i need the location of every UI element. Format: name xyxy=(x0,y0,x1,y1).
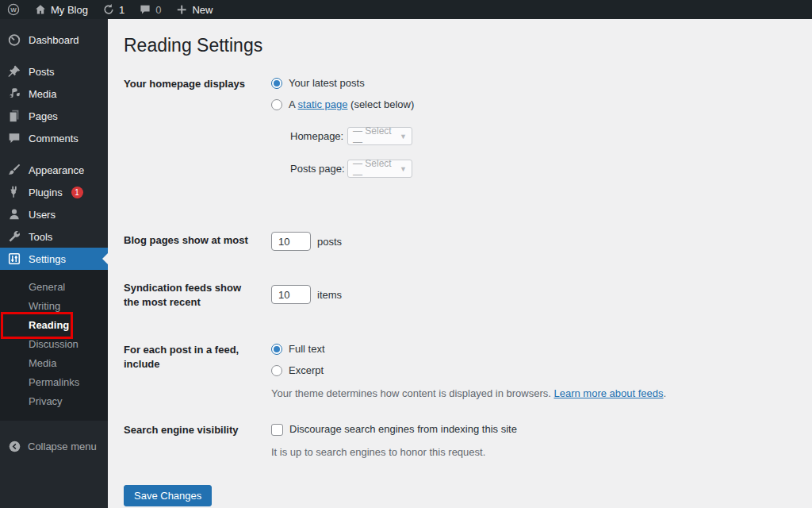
sidebar-item-tools[interactable]: Tools xyxy=(0,225,108,248)
wrench-icon xyxy=(7,229,21,244)
static-page-text-pre: A xyxy=(289,98,298,110)
homepage-select-value: — Select — xyxy=(353,125,396,148)
reading-settings-page: Reading Settings Your homepage displays … xyxy=(108,19,812,508)
plugin-icon xyxy=(7,185,21,199)
submenu-item-privacy[interactable]: Privacy xyxy=(0,392,108,411)
save-changes-button[interactable]: Save Changes xyxy=(124,485,212,506)
media-icon xyxy=(7,87,21,101)
submenu-label: General xyxy=(29,281,65,293)
paintbrush-icon xyxy=(7,163,21,177)
static-page-link[interactable]: static page xyxy=(298,98,348,110)
updates-menu[interactable]: 1 xyxy=(95,0,132,19)
radio-static-page[interactable]: A static page (select below) xyxy=(271,97,796,113)
sidebar-item-label: Appearance xyxy=(29,164,84,176)
site-name-label: My Blog xyxy=(51,4,88,16)
settings-sliders-icon xyxy=(7,252,21,266)
menu-separator xyxy=(0,51,108,60)
posts-page-select-row: Posts page: — Select — ▼ xyxy=(290,160,796,178)
radio-excerpt[interactable]: Excerpt xyxy=(271,363,796,379)
blog-pages-label: Blog pages show at most xyxy=(124,232,271,251)
submenu-label: Writing xyxy=(29,300,60,312)
radio-static-page-control[interactable] xyxy=(271,99,282,110)
radio-full-text-control[interactable] xyxy=(271,344,282,355)
items-suffix: items xyxy=(317,289,342,301)
feed-content-label: For each post in a feed, include xyxy=(124,341,271,401)
sidebar-item-pages[interactable]: Pages xyxy=(0,105,108,127)
wordpress-logo-icon: W xyxy=(7,3,20,16)
radio-latest-posts[interactable]: Your latest posts xyxy=(271,75,796,91)
plus-icon xyxy=(175,3,188,16)
discourage-indexing-checkbox[interactable] xyxy=(271,424,283,436)
posts-page-select-label: Posts page: xyxy=(290,163,347,175)
discourage-indexing-option[interactable]: Discourage search engines from indexing … xyxy=(271,421,796,437)
chevron-down-icon: ▼ xyxy=(400,133,407,140)
radio-latest-posts-control[interactable] xyxy=(271,78,282,89)
radio-static-page-label: A static page (select below) xyxy=(289,97,414,113)
collapse-menu-button[interactable]: Collapse menu xyxy=(0,435,108,457)
posts-page-select: — Select — ▼ xyxy=(347,160,412,178)
submenu-label: Reading xyxy=(29,319,69,331)
posts-suffix: posts xyxy=(317,236,342,248)
sidebar-item-comments[interactable]: Comments xyxy=(0,127,108,149)
submenu-item-writing[interactable]: Writing xyxy=(0,297,108,316)
wordpress-logo-menu[interactable]: W xyxy=(0,0,27,19)
sidebar-item-users[interactable]: Users xyxy=(0,203,108,225)
collapse-arrow-icon xyxy=(8,440,21,453)
new-content-menu[interactable]: New xyxy=(168,0,220,19)
submenu-label: Media xyxy=(29,357,56,369)
static-page-text-post: (select below) xyxy=(347,98,414,110)
radio-excerpt-label: Excerpt xyxy=(289,363,324,379)
feed-note-text: Your theme determines how content is dis… xyxy=(271,387,553,399)
search-visibility-row: Search engine visibility Discourage sear… xyxy=(124,421,796,460)
submenu-item-discussion[interactable]: Discussion xyxy=(0,335,108,354)
sidebar-item-label: Comments xyxy=(29,133,79,144)
sidebar-item-posts[interactable]: Posts xyxy=(0,60,108,83)
chevron-down-icon: ▼ xyxy=(400,165,407,173)
sidebar-item-media[interactable]: Media xyxy=(0,83,108,105)
submenu-item-reading[interactable]: Reading xyxy=(0,316,108,335)
learn-more-feeds-link[interactable]: Learn more about feeds xyxy=(553,387,663,399)
sidebar-item-label: Plugins xyxy=(29,187,63,198)
sidebar-item-label: Tools xyxy=(29,231,52,243)
submenu-item-media[interactable]: Media xyxy=(0,354,108,373)
syndication-row: Syndication feeds show the most recent i… xyxy=(124,279,796,310)
discourage-indexing-label: Discourage search engines from indexing … xyxy=(289,421,517,437)
comments-menu[interactable]: 0 xyxy=(132,0,168,19)
updates-icon xyxy=(102,3,115,16)
sidebar-item-settings[interactable]: Settings xyxy=(0,248,108,270)
feed-note-end: . xyxy=(664,387,667,399)
homepage-displays-label: Your homepage displays xyxy=(124,75,271,192)
homepage-displays-row: Your homepage displays Your latest posts… xyxy=(124,75,796,192)
sidebar-item-plugins[interactable]: Plugins 1 xyxy=(0,181,108,203)
submenu-label: Permalinks xyxy=(29,376,79,388)
plugins-update-badge: 1 xyxy=(71,187,83,198)
radio-full-text[interactable]: Full text xyxy=(271,341,796,357)
feed-note: Your theme determines how content is dis… xyxy=(271,387,796,401)
submenu-item-permalinks[interactable]: Permalinks xyxy=(0,373,108,392)
homepage-select-row: Homepage: — Select — ▼ xyxy=(290,127,796,145)
submenu-item-general[interactable]: General xyxy=(0,278,108,297)
radio-full-text-label: Full text xyxy=(289,341,325,357)
new-label: New xyxy=(192,4,213,16)
sidebar-item-label: Pages xyxy=(29,110,58,122)
pushpin-icon xyxy=(7,64,21,79)
submenu-label: Privacy xyxy=(29,395,63,407)
radio-excerpt-control[interactable] xyxy=(271,365,282,376)
submenu-label: Discussion xyxy=(29,338,79,350)
settings-submenu: General Writing Reading Discussion Media… xyxy=(0,270,108,421)
blog-pages-row: Blog pages show at most posts xyxy=(124,232,796,251)
svg-text:W: W xyxy=(10,6,17,13)
posts-per-page-input[interactable] xyxy=(271,232,311,251)
sidebar-item-dashboard[interactable]: Dashboard xyxy=(0,29,108,51)
updates-count: 1 xyxy=(119,4,124,16)
posts-page-select-value: — Select — xyxy=(353,158,396,180)
comment-bubble-icon xyxy=(139,3,151,16)
feed-items-input[interactable] xyxy=(271,285,311,304)
sidebar-item-label: Dashboard xyxy=(29,34,79,46)
sidebar-item-appearance[interactable]: Appearance xyxy=(0,159,108,181)
user-icon xyxy=(7,207,21,221)
pages-icon xyxy=(7,109,21,123)
sidebar-item-label: Posts xyxy=(29,66,55,78)
site-name-menu[interactable]: My Blog xyxy=(27,0,95,19)
sidebar-item-label: Media xyxy=(29,88,56,100)
